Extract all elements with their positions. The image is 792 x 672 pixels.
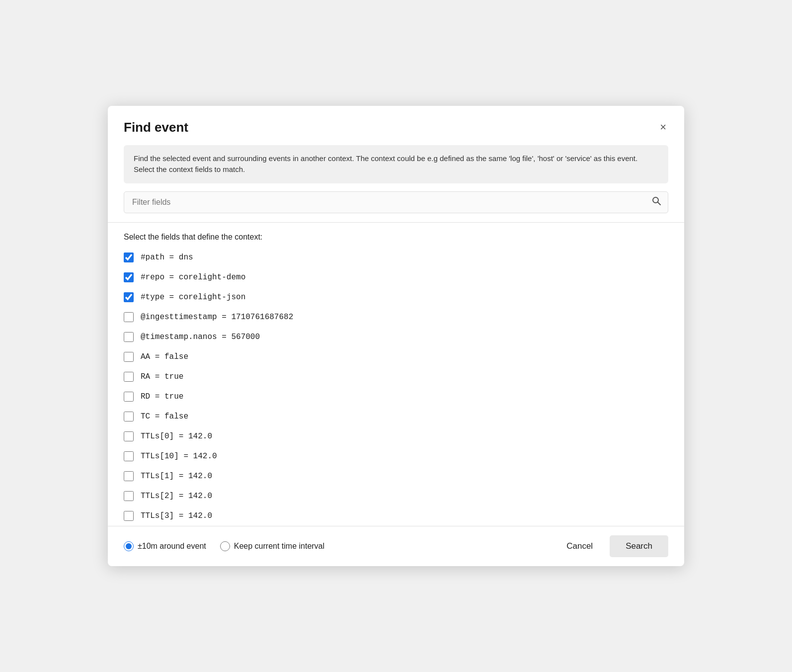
field-label: TTLs[10] = 142.0	[141, 452, 217, 461]
field-label: RA = true	[141, 372, 183, 381]
field-label: TTLs[1] = 142.0	[141, 472, 212, 481]
fields-list: #path = dns#repo = corelight-demo#type =…	[108, 248, 684, 526]
field-item: TTLs[2] = 142.0	[124, 486, 668, 506]
field-item: @timestamp.nanos = 567000	[124, 327, 668, 347]
field-item: AA = false	[124, 347, 668, 367]
dialog-title: Find event	[124, 120, 188, 135]
radio-label-text: ±10m around event	[138, 542, 206, 551]
field-checkbox-f2[interactable]	[124, 272, 134, 282]
field-item: #type = corelight-json	[124, 287, 668, 307]
field-checkbox-f3[interactable]	[124, 292, 134, 302]
close-button[interactable]: ×	[658, 120, 668, 135]
dialog-header: Find event ×	[108, 106, 684, 145]
field-label: TC = false	[141, 412, 188, 421]
filter-bar	[124, 191, 668, 213]
cancel-button[interactable]: Cancel	[556, 536, 603, 556]
search-button[interactable]: Search	[610, 535, 668, 557]
field-item: TTLs[3] = 142.0	[124, 506, 668, 526]
field-label: TTLs[3] = 142.0	[141, 511, 212, 520]
field-checkbox-f12[interactable]	[124, 471, 134, 481]
time-option-t1[interactable]: ±10m around event	[124, 541, 206, 551]
field-item: TTLs[1] = 142.0	[124, 466, 668, 486]
field-label: RD = true	[141, 392, 183, 401]
time-options: ±10m around eventKeep current time inter…	[124, 541, 324, 551]
filter-input[interactable]	[124, 191, 668, 213]
field-item: #repo = corelight-demo	[124, 267, 668, 287]
info-box: Find the selected event and surrounding …	[124, 145, 668, 183]
action-buttons: Cancel Search	[556, 535, 668, 557]
context-label: Select the fields that define the contex…	[108, 223, 684, 248]
field-label: @timestamp.nanos = 567000	[141, 333, 260, 341]
field-label: @ingesttimestamp = 1710761687682	[141, 313, 293, 322]
time-option-t2[interactable]: Keep current time interval	[220, 541, 324, 551]
field-checkbox-f7[interactable]	[124, 372, 134, 382]
field-checkbox-f10[interactable]	[124, 431, 134, 441]
field-label: #type = corelight-json	[141, 293, 245, 302]
field-item: TC = false	[124, 407, 668, 426]
field-label: AA = false	[141, 352, 188, 361]
field-checkbox-f13[interactable]	[124, 491, 134, 501]
field-item: TTLs[0] = 142.0	[124, 426, 668, 446]
bottom-bar: ±10m around eventKeep current time inter…	[108, 526, 684, 566]
radio-t1[interactable]	[124, 541, 134, 551]
field-item: TTLs[10] = 142.0	[124, 446, 668, 466]
field-item: @ingesttimestamp = 1710761687682	[124, 307, 668, 327]
field-checkbox-f8[interactable]	[124, 392, 134, 402]
field-checkbox-f14[interactable]	[124, 511, 134, 521]
field-checkbox-f9[interactable]	[124, 412, 134, 421]
field-item: RA = true	[124, 367, 668, 387]
field-label: TTLs[0] = 142.0	[141, 432, 212, 441]
field-checkbox-f4[interactable]	[124, 312, 134, 322]
radio-t2[interactable]	[220, 541, 230, 551]
radio-label-text: Keep current time interval	[234, 542, 324, 551]
find-event-dialog: Find event × Find the selected event and…	[108, 106, 684, 567]
field-checkbox-f6[interactable]	[124, 352, 134, 362]
field-item: RD = true	[124, 387, 668, 407]
field-checkbox-f5[interactable]	[124, 332, 134, 342]
field-label: TTLs[2] = 142.0	[141, 492, 212, 501]
field-checkbox-f1[interactable]	[124, 252, 134, 262]
field-item: #path = dns	[124, 248, 668, 267]
field-label: #path = dns	[141, 253, 193, 262]
field-checkbox-f11[interactable]	[124, 451, 134, 461]
field-label: #repo = corelight-demo	[141, 273, 245, 282]
